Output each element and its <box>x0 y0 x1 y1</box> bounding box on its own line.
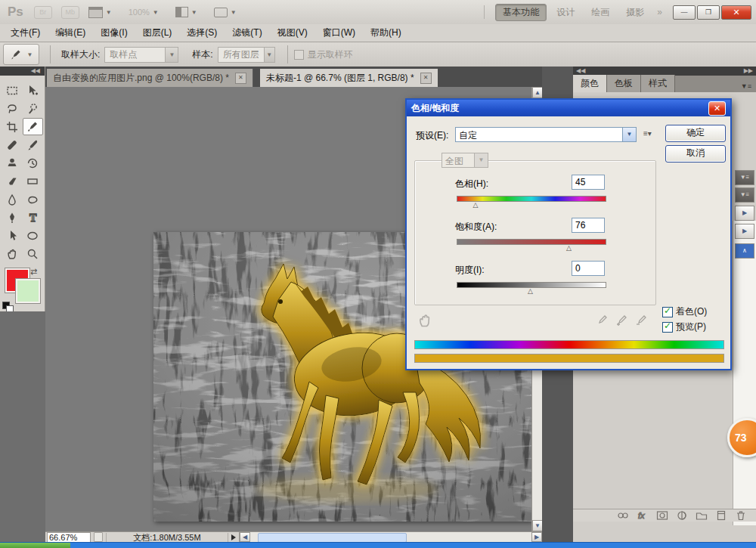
horizontal-scrollbar[interactable]: ◀ ▶ <box>239 532 542 543</box>
menu-layer[interactable]: 图层(L) <box>135 24 180 42</box>
dialog-close-button[interactable]: ✕ <box>708 101 726 116</box>
ok-button[interactable]: 确定 <box>665 125 726 142</box>
workspace-photography-button[interactable]: 摄影 <box>619 5 651 20</box>
scroll-up-button[interactable]: ▲ <box>532 87 542 98</box>
panel-menu-icon[interactable]: ▼≡ <box>735 170 754 185</box>
minibridge-app-icon[interactable]: Mb <box>61 6 79 19</box>
saturation-slider[interactable]: △ <box>457 239 606 245</box>
menu-select[interactable]: 选择(S) <box>179 24 225 42</box>
gradient-tool[interactable] <box>23 172 43 190</box>
menu-view[interactable]: 视图(V) <box>270 24 315 42</box>
eraser-tool[interactable] <box>2 172 23 190</box>
workspace-overflow-chevron[interactable]: » <box>657 7 662 17</box>
dodge-tool[interactable] <box>23 190 43 208</box>
clone-stamp-tool[interactable] <box>2 154 23 172</box>
zoom-percentage-field[interactable]: 66.67% <box>47 532 91 543</box>
delete-layer-trash-icon[interactable] <box>735 509 747 522</box>
panel-tab-swatches[interactable]: 色板 <box>607 75 641 92</box>
panel-menu-icon[interactable]: ▼≡ <box>736 80 756 92</box>
close-tab-icon[interactable]: ✕ <box>420 73 432 84</box>
workspace-design-button[interactable]: 设计 <box>550 5 581 20</box>
lightness-value-field[interactable] <box>572 261 605 276</box>
collapse-dock-button[interactable]: ◀◀ <box>0 67 45 76</box>
ellipse-shape-tool[interactable] <box>23 227 43 244</box>
preview-checkbox[interactable]: 预览(P) <box>662 320 706 333</box>
scroll-down-button[interactable]: ▼ <box>532 520 542 531</box>
arrange-documents-button[interactable]: ▼ <box>175 7 197 17</box>
blur-tool[interactable] <box>2 190 23 208</box>
slider-pointer-icon[interactable]: △ <box>472 202 478 209</box>
menu-help[interactable]: 帮助(H) <box>363 24 409 42</box>
collapse-dock-icon[interactable]: ▶▶ <box>744 67 753 76</box>
checkbox-icon[interactable] <box>662 307 673 317</box>
lasso-tool[interactable] <box>2 100 23 117</box>
menu-file[interactable]: 文件(F) <box>3 24 48 42</box>
zoom-level-control[interactable]: 100%▼ <box>129 8 159 17</box>
checkbox-icon[interactable] <box>662 322 673 333</box>
eyedropper-subtract-icon[interactable] <box>635 314 647 327</box>
lightness-slider[interactable]: △ <box>457 282 606 288</box>
quick-selection-tool[interactable] <box>23 100 43 117</box>
scroll-right-button[interactable]: ▶ <box>531 532 542 542</box>
swap-colors-icon[interactable]: ⇄ <box>30 267 37 277</box>
history-brush-tool[interactable] <box>23 154 43 172</box>
crop-tool[interactable] <box>2 118 23 135</box>
menu-window[interactable]: 窗口(W) <box>315 24 363 42</box>
restore-button[interactable]: ❐ <box>697 5 720 20</box>
show-sampling-ring-checkbox[interactable] <box>294 50 304 60</box>
scroll-left-button[interactable]: ◀ <box>240 532 250 542</box>
new-layer-icon[interactable] <box>715 509 727 522</box>
menu-image[interactable]: 图像(I) <box>93 24 135 42</box>
adjustment-layer-icon[interactable] <box>676 509 688 522</box>
link-layers-icon[interactable] <box>617 509 629 522</box>
layer-style-fx-icon[interactable]: fx <box>637 509 649 522</box>
panel-tab-styles[interactable]: 样式 <box>641 75 675 92</box>
eyedropper-add-icon[interactable] <box>615 314 627 327</box>
preset-options-icon[interactable]: ≡▾ <box>643 128 657 140</box>
background-color-swatch[interactable] <box>16 279 40 303</box>
dialog-title-bar[interactable]: 色相/饱和度 ✕ <box>407 100 730 116</box>
document-tab-1[interactable]: 自由变换的应用图片.png @ 100%(RGB/8) * ✕ <box>47 69 253 87</box>
current-tool-well[interactable]: ▼ <box>3 44 39 65</box>
bridge-app-icon[interactable]: Br <box>34 6 52 19</box>
slider-pointer-icon[interactable]: △ <box>528 288 533 295</box>
rectangular-marquee-tool[interactable] <box>2 82 23 99</box>
hue-value-field[interactable] <box>572 175 605 190</box>
workspace-painting-button[interactable]: 绘画 <box>584 5 616 20</box>
status-flyout-arrow[interactable] <box>231 534 236 540</box>
path-selection-tool[interactable] <box>2 227 23 244</box>
zoom-tool[interactable] <box>23 245 43 262</box>
move-tool[interactable] <box>23 82 43 99</box>
targeted-adjustment-hand-icon[interactable] <box>417 313 432 330</box>
hue-slider[interactable]: △ <box>457 196 606 202</box>
menu-edit[interactable]: 编辑(E) <box>48 24 93 42</box>
scrollbar-thumb[interactable] <box>258 533 407 543</box>
eyedropper-sample-icon[interactable] <box>596 314 608 327</box>
workspace-basic-button[interactable]: 基本功能 <box>495 4 547 21</box>
eyedropper-tool[interactable] <box>23 118 43 135</box>
brush-tool[interactable] <box>23 136 43 153</box>
channel-dropdown[interactable]: 全图 ▼ <box>442 153 488 168</box>
slider-pointer-icon[interactable]: △ <box>566 245 572 252</box>
document-tab-2[interactable]: 未标题-1 @ 66.7% (图层 1, RGB/8) * ✕ <box>260 69 438 87</box>
view-extras-button[interactable]: ▼ <box>88 7 112 18</box>
type-tool[interactable]: T <box>23 209 43 226</box>
expand-panel-arrow[interactable]: ▶ <box>735 206 754 221</box>
default-colors-icon[interactable] <box>2 302 12 311</box>
minimize-button[interactable]: — <box>673 5 696 20</box>
layer-group-icon[interactable] <box>696 509 708 522</box>
preset-dropdown[interactable]: 自定 ▼ <box>455 127 637 142</box>
close-tab-icon[interactable]: ✕ <box>235 73 246 84</box>
hand-tool[interactable] <box>2 245 23 262</box>
saturation-value-field[interactable] <box>572 218 605 233</box>
healing-brush-tool[interactable] <box>2 136 23 153</box>
expand-panel-arrow[interactable]: ▶ <box>735 224 754 239</box>
selected-panel-button[interactable]: ∧ <box>735 243 754 259</box>
sample-dropdown[interactable]: 所有图层 ▼ <box>218 47 275 63</box>
colorize-checkbox[interactable]: 着色(O) <box>662 305 707 318</box>
sample-size-dropdown[interactable]: 取样点 ▼ <box>104 47 178 63</box>
add-layer-mask-icon[interactable] <box>656 509 668 522</box>
panel-menu-icon[interactable]: ▼≡ <box>735 187 754 203</box>
cancel-button[interactable]: 取消 <box>665 145 726 163</box>
close-button[interactable]: ✕ <box>721 5 751 20</box>
